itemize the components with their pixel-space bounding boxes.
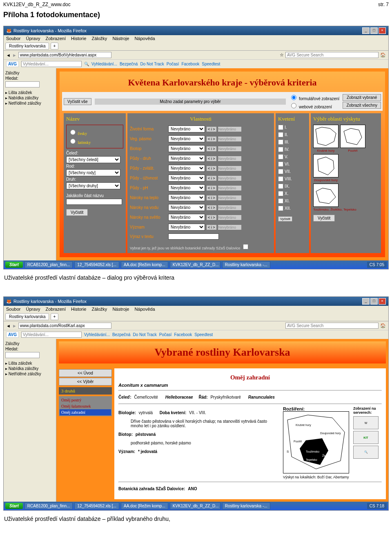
menu-item[interactable]: Nástroje	[112, 307, 129, 312]
back-button[interactable]: ◄	[6, 323, 11, 328]
start-button[interactable]: Start	[5, 262, 23, 268]
taskbar-item[interactable]: Rostliny karlovarska -...	[222, 261, 270, 268]
tb-item[interactable]: Facebook	[181, 62, 199, 66]
input-any-name[interactable]	[66, 199, 122, 205]
menu-item[interactable]: Soubor	[6, 307, 20, 312]
select-celed[interactable]: [Všechny čeledi]	[66, 156, 120, 163]
tb-item[interactable]: Počasí	[167, 62, 179, 66]
tree-item[interactable]: ▸ Nabídka záložky	[5, 366, 54, 371]
op-button[interactable]: < i >	[207, 156, 216, 161]
input-vyraz[interactable]	[168, 233, 219, 240]
month-checkbox[interactable]: VII.	[278, 169, 307, 174]
clear-all-button[interactable]: Vyčistit vše	[64, 98, 91, 105]
star-icon[interactable]: ☆	[280, 52, 284, 58]
taskbar-item[interactable]: RCAB1200_plan_finn...	[24, 502, 73, 509]
list-item[interactable]: Oměj šalamounek	[60, 403, 111, 409]
op-button[interactable]: < i >	[207, 205, 216, 210]
home-icon[interactable]: 🏠	[380, 323, 386, 328]
radio-czech[interactable]: česky	[68, 128, 121, 136]
clear-col3-button[interactable]: Vyčistit	[278, 216, 292, 222]
server-link-wiki[interactable]: W	[353, 416, 379, 429]
op-button[interactable]: < i >	[207, 127, 216, 132]
tb-item[interactable]: Facebook	[174, 332, 192, 337]
taskbar-item[interactable]: AA.doc [Režim komp...	[121, 261, 168, 268]
menu-item[interactable]: Zobrazení	[45, 36, 66, 41]
radio-form-view[interactable]: formulářové zobrazení	[289, 94, 339, 101]
nav-home-button[interactable]: << Úvod	[59, 369, 112, 377]
radio-latin[interactable]: latinsky	[68, 137, 121, 145]
select-rod[interactable]: [Všechny rody]	[66, 169, 120, 176]
url-input[interactable]	[18, 323, 111, 329]
clear-col1-button[interactable]: Vyčistit	[66, 209, 88, 216]
tb-item[interactable]: Do Not Track	[140, 62, 164, 66]
taskbar-item[interactable]: 12_754594052.xls [...	[74, 261, 119, 268]
tb-item[interactable]: Bezpečná	[120, 62, 138, 66]
maximize-button[interactable]: □	[370, 298, 378, 305]
prop-select-1[interactable]: Nevybráno	[168, 214, 205, 221]
menu-item[interactable]: Úpravy	[26, 36, 40, 41]
minimize-button[interactable]: _	[362, 298, 370, 305]
tree-item[interactable]: ▸ Netříděné záložky	[5, 101, 54, 106]
prop-select-1[interactable]: Nevybráno	[168, 224, 205, 231]
avg-search[interactable]	[21, 332, 82, 338]
prop-select-1[interactable]: Nevybráno	[168, 145, 205, 152]
search-icon[interactable]: 🔍	[84, 62, 89, 66]
prop-select-1[interactable]: Nevybráno	[168, 155, 205, 162]
sidebar-search[interactable]	[5, 352, 40, 358]
radio-web-view[interactable]: webové zobrazení	[289, 102, 339, 109]
show-selected-button[interactable]: Zobrazit vybrané	[343, 94, 381, 101]
month-checkbox[interactable]: XII.	[278, 206, 307, 211]
map-region-2[interactable]	[340, 125, 365, 148]
taskbar-item[interactable]: 12_754594052.xls [...	[74, 502, 119, 509]
month-checkbox[interactable]: X.	[278, 191, 307, 196]
tray[interactable]: CS 7:18	[367, 503, 387, 509]
nav-back-button[interactable]: << Výběr	[59, 378, 112, 386]
tb-item[interactable]: Speedtest	[194, 332, 213, 337]
map-region-3[interactable]	[313, 154, 339, 177]
tb-item[interactable]: Počasí	[159, 332, 172, 337]
prop-select-1[interactable]: Nevybráno	[168, 135, 205, 142]
search-input[interactable]	[285, 52, 379, 58]
prop-select-1[interactable]: Nevybráno	[168, 126, 205, 132]
tree-item[interactable]: ▸ Netříděné záložky	[5, 371, 54, 377]
tb-item[interactable]: Speedtest	[202, 62, 220, 66]
close-button[interactable]: ×	[379, 298, 386, 305]
menu-item[interactable]: Historie	[71, 36, 86, 41]
menu-item[interactable]: Záložky	[91, 307, 107, 312]
list-item-selected[interactable]: Oměj zahradní	[60, 409, 111, 415]
server-link-google[interactable]: 🔍	[353, 446, 379, 459]
taskbar-item[interactable]: Rostliny karlovarska -...	[222, 502, 270, 509]
show-all-button[interactable]: Zobrazit všechny	[343, 102, 381, 109]
tray[interactable]: CS 7:05	[367, 262, 387, 268]
prop-select-1[interactable]: Nevybráno	[168, 204, 205, 211]
menu-item[interactable]: Historie	[71, 307, 86, 312]
map-region-4[interactable]	[313, 184, 339, 207]
new-tab[interactable]: +	[51, 313, 59, 320]
menu-item[interactable]: Zobrazení	[45, 307, 66, 312]
month-checkbox[interactable]: V.	[278, 154, 307, 159]
maximize-button[interactable]: □	[370, 27, 378, 34]
op-button[interactable]: < i >	[207, 137, 216, 141]
tb-item[interactable]: Vyhledávání...	[91, 62, 117, 66]
taskbar-item[interactable]: AA.doc [Režim komp...	[121, 502, 168, 509]
fwd-button[interactable]: ►	[12, 53, 17, 58]
list-item[interactable]: Oměj pestrý	[60, 397, 111, 403]
menu-item[interactable]: Soubor	[6, 36, 20, 41]
op-button[interactable]: < i >	[207, 215, 216, 220]
browser-tab[interactable]: Rostliny karlovarska	[5, 43, 49, 49]
menu-item[interactable]: Nápověda	[134, 307, 155, 312]
month-checkbox[interactable]: II.	[278, 132, 307, 137]
taskbar-item[interactable]: KVK12EV_db_R_ZZ_D...	[170, 261, 220, 268]
month-checkbox[interactable]: VIII.	[278, 176, 307, 182]
taskbar-item[interactable]: KVK12EV_db_R_ZZ_D...	[170, 502, 220, 509]
prop-select-1[interactable]: Nevybráno	[168, 175, 205, 182]
server-link-kit[interactable]: KIT	[353, 431, 379, 444]
tb-item[interactable]: Vyhledávání...	[84, 332, 110, 337]
back-button[interactable]: ◄	[6, 53, 11, 58]
month-checkbox[interactable]: IV.	[278, 147, 307, 152]
tb-item[interactable]: Bezpečná	[112, 332, 130, 337]
month-checkbox[interactable]: VI.	[278, 161, 307, 167]
browser-tab[interactable]: Rostliny karlovarska	[5, 313, 49, 320]
close-button[interactable]: ×	[379, 27, 386, 34]
op-button[interactable]: < i >	[207, 146, 216, 151]
